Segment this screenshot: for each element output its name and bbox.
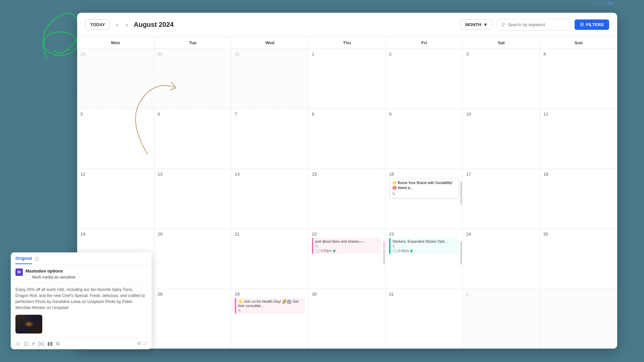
calendar-weeks: 29 30 31 1 2 3 4 5 6 7 8 9 10 11	[77, 49, 617, 349]
cell-date: 4	[543, 52, 614, 57]
prev-arrow[interactable]: ‹	[114, 20, 120, 29]
info-circle-icon[interactable]: ⓘ	[143, 341, 147, 347]
calendar-cell[interactable]: 6	[154, 109, 231, 169]
cell-date: 15	[312, 172, 382, 177]
tab-original[interactable]: Original	[15, 256, 32, 264]
mastodon-sub: Mark media as sensitive	[25, 275, 75, 280]
calendar-cell[interactable]: 30	[309, 289, 386, 349]
calendar-cell[interactable]: 17	[463, 169, 540, 229]
calendar-cell[interactable]: 1	[309, 49, 386, 109]
cell-date: 2	[389, 52, 459, 57]
event-text: just about likes and shares—...	[315, 239, 380, 243]
event-time-row: 🕐 8:00pm	[315, 249, 380, 253]
cell-date: 30	[158, 52, 228, 57]
calendar-header: TODAY ‹ › August 2024 MONTH ▼ ⚲ ☷ FILTER…	[77, 13, 617, 37]
calendar-cell[interactable]: 12	[77, 169, 154, 229]
cell-date: 16	[389, 172, 459, 177]
calendar-week-3: 12 13 14 15 16 🌟 Boost Your Brand with S…	[77, 169, 617, 229]
text-icon[interactable]: ▮▮	[47, 341, 53, 347]
event-card[interactable]: 🌟 Boost Your Brand with Socialtility! 🎯 …	[389, 178, 459, 198]
calendar-cell[interactable]: 8	[309, 109, 386, 169]
calendar-cell[interactable]: 4	[540, 49, 617, 109]
variable-icon[interactable]: {x}	[38, 341, 44, 347]
share-icon[interactable]: ⧉	[56, 341, 60, 347]
calendar-cell-29[interactable]: 29 🌟 Join us for Health Day! 🌈🏥 Get free…	[231, 289, 309, 349]
today-button[interactable]: TODAY	[85, 19, 110, 30]
event-bar-pink2	[235, 298, 236, 314]
popup-tabs: Original ⓘ	[11, 252, 152, 264]
cell-date: 28	[158, 292, 228, 297]
cell-date: 13	[158, 172, 228, 177]
calendar-cell[interactable]: 29	[77, 49, 154, 109]
event-item-pink[interactable]: just about likes and shares—... 𝕏 🕐 8:00…	[312, 238, 382, 254]
day-header-sat: Sat	[463, 37, 540, 49]
calendar-cell[interactable]: 14	[231, 169, 309, 229]
svg-line-3	[607, 3, 614, 5]
calendar-cell[interactable]: 25	[540, 229, 617, 289]
search-input[interactable]	[508, 22, 566, 27]
calendar-cell[interactable]: 15	[309, 169, 386, 229]
event-time-row: 🕐 6:49pm	[392, 249, 457, 253]
event-bar-pink	[312, 238, 313, 254]
filters-button[interactable]: ☷ FILTERS	[575, 19, 609, 30]
calendar-cell[interactable]: 1	[463, 289, 540, 349]
hash-icon[interactable]: #	[32, 341, 35, 347]
image-icon[interactable]: ◫	[24, 341, 29, 347]
cell-date: 5	[80, 112, 151, 117]
cell-date: 21	[235, 232, 305, 237]
cell-date: 14	[235, 172, 305, 177]
cell-date: 23	[389, 232, 459, 237]
calendar-cell[interactable]: 11	[540, 109, 617, 169]
emoji-icon[interactable]: ☺	[15, 341, 20, 347]
image-light	[24, 321, 34, 327]
event-item-pink2[interactable]: 🌟 Join us for Health Day! 🌈🏥 Get free co…	[235, 298, 305, 314]
event-time: 𝕏	[238, 309, 303, 312]
event-text: Stickers, Expanded Sticker Opti...	[392, 239, 457, 243]
mastodon-title: Mastodon options	[25, 268, 75, 274]
calendar-cell[interactable]: 24	[463, 229, 540, 289]
calendar-cell[interactable]: 7	[231, 109, 309, 169]
calendar-week-2: 5 6 7 8 9 10 11	[77, 109, 617, 169]
cell-date: 25	[543, 232, 614, 237]
x-icon: 𝕏	[392, 192, 456, 196]
cell-date: 1	[466, 292, 536, 297]
mark-media-checkbox[interactable]	[25, 275, 30, 280]
calendar-cell[interactable]: 5	[77, 109, 154, 169]
calendar-cell[interactable]: 21	[231, 229, 309, 289]
next-arrow[interactable]: ›	[124, 20, 129, 29]
calendar-cell[interactable]: 3	[463, 49, 540, 109]
calendar-cell[interactable]: 13	[154, 169, 231, 229]
calendar-cell[interactable]: 31	[386, 289, 463, 349]
event-item-teal[interactable]: Stickers, Expanded Sticker Opti... 𝕏 🕐 6…	[389, 238, 459, 254]
event-time: 𝕏	[315, 244, 380, 248]
cell-date: 6	[158, 112, 228, 117]
calendar-cell[interactable]: 30	[154, 49, 231, 109]
calendar-cell[interactable]: 28	[154, 289, 231, 349]
cell-date: 29	[235, 292, 305, 297]
clock-icon: 🕐	[392, 249, 396, 253]
calendar-grid: Mon Tue Wed Thu Fri Sat Sun 29 30 31 1 2…	[77, 37, 617, 349]
cell-date: 24	[466, 232, 536, 237]
status-dot	[410, 250, 413, 252]
calendar-cell[interactable]: 2	[386, 49, 463, 109]
calendar-cell[interactable]: 9	[386, 109, 463, 169]
calendar-cell[interactable]: 10	[463, 109, 540, 169]
calendar-week-1: 29 30 31 1 2 3 4	[77, 49, 617, 109]
event-text: 🌟 Boost Your Brand with Socialtility! 🎯 …	[392, 180, 456, 191]
main-window: TODAY ‹ › August 2024 MONTH ▼ ⚲ ☷ FILTER…	[77, 13, 617, 349]
calendar-cell[interactable]: 18	[540, 169, 617, 229]
calendar-cell[interactable]	[540, 289, 617, 349]
popup-body-text: Enjoy 20% off all sushi rolls, including…	[15, 287, 147, 311]
calendar-cell-23[interactable]: 23 Stickers, Expanded Sticker Opti... 𝕏 …	[386, 229, 463, 289]
popup-image-inner	[15, 315, 42, 334]
calendar-cell[interactable]: 31	[231, 49, 309, 109]
cell-date: 11	[543, 112, 614, 117]
checkbox-label: Mark media as sensitive	[32, 275, 75, 280]
calendar-cell[interactable]: 20	[154, 229, 231, 289]
day-headers: Mon Tue Wed Thu Fri Sat Sun	[77, 37, 617, 49]
calendar-cell-22[interactable]: 22 just about likes and shares—... 𝕏 🕐 8…	[309, 229, 386, 289]
calendar-cell-16[interactable]: 16 🌟 Boost Your Brand with Socialtility!…	[386, 169, 463, 229]
day-header-tue: Tue	[154, 37, 231, 49]
month-selector[interactable]: MONTH ▼	[460, 19, 493, 30]
info-icon[interactable]: ⓘ	[35, 256, 39, 262]
